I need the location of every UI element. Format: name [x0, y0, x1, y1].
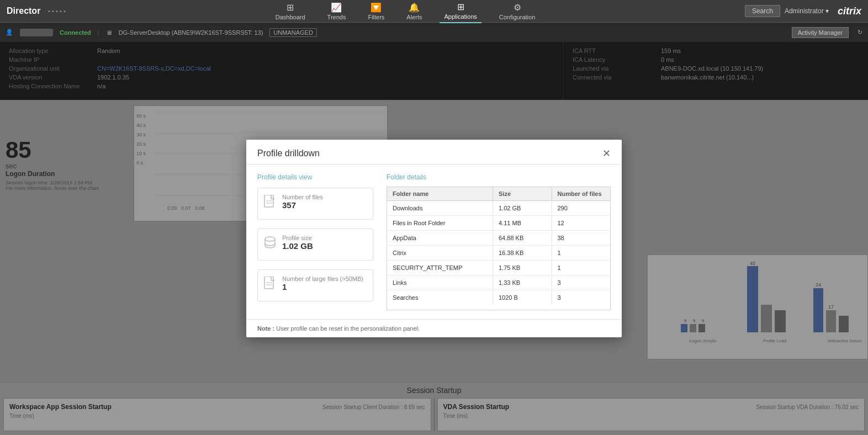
stat-num-files-label: Number of files: [282, 194, 323, 200]
row-1-size: 4.11 MB: [493, 216, 552, 230]
admin-link[interactable]: Administrator ▾: [785, 7, 829, 15]
user-icon: 👤: [6, 29, 13, 36]
nav-trends-label: Trends: [327, 14, 346, 20]
configuration-icon: ⚙: [514, 2, 521, 13]
row-3-name: Citrix: [387, 246, 493, 260]
modal-footer: Note : User profile can be reset in the …: [246, 319, 622, 337]
modal-title: Profile drilldown: [257, 148, 320, 158]
stat-profile-size-label: Profile size: [282, 235, 313, 241]
stat-large-files-label: Number of large files (>50MB): [282, 275, 363, 282]
folder-details-panel: Folder details Folder name Size Number o…: [387, 173, 611, 310]
row-2-name: AppData: [387, 231, 493, 245]
trends-icon: 📈: [331, 2, 342, 13]
stat-num-files-value: 357: [282, 200, 323, 210]
nav-dashboard[interactable]: ⊞ Dashboard: [271, 0, 310, 23]
row-3-size: 16.38 KB: [493, 246, 552, 260]
unmanaged-badge: UNMANAGED: [269, 28, 317, 37]
dashboard-icon: ⊞: [287, 2, 294, 13]
nav-applications[interactable]: ⊞ Applications: [440, 0, 481, 23]
row-2-files: 38: [552, 231, 611, 245]
connected-badge: Connected: [60, 29, 91, 36]
row-6-name: Searches: [387, 290, 493, 305]
nav-dashboard-label: Dashboard: [276, 14, 305, 20]
citrix-logo: citrix: [838, 6, 861, 17]
row-4-name: SECURITY_ATTR_TEMP: [387, 261, 493, 275]
nav-center: ⊞ Dashboard 📈 Trends 🔽 Filters 🔔 Alerts …: [271, 0, 540, 23]
row-6-size: 1020 B: [493, 290, 552, 305]
nav-left: Director ▪ ▪ ▪ ▪ ▪: [7, 6, 66, 16]
nav-alerts-label: Alerts: [406, 14, 422, 20]
folder-table-body: Downloads 1.02 GB 290 Files in Root Fold…: [387, 201, 610, 310]
nav-applications-label: Applications: [444, 13, 477, 20]
database-icon: [263, 236, 277, 254]
alerts-icon: 🔔: [409, 2, 420, 13]
profile-section-title: Profile details view: [257, 173, 373, 181]
row-1-name: Files in Root Folder: [387, 216, 493, 230]
stat-large-files-info: Number of large files (>50MB) 1: [282, 275, 363, 291]
user-avatar: [20, 29, 53, 36]
folder-section-title: Folder details: [387, 173, 611, 181]
row-1-files: 12: [552, 216, 611, 230]
row-5-files: 3: [552, 275, 611, 290]
profile-drilldown-modal: Profile drilldown ✕ Profile details view: [246, 140, 622, 337]
col-header-num-files: Number of files: [552, 187, 611, 200]
activity-manager-button[interactable]: Activity Manager: [792, 27, 849, 38]
large-file-icon: [263, 277, 277, 295]
stat-profile-size-info: Profile size 1.02 GB: [282, 235, 313, 251]
monitor-icon: 🖥: [106, 29, 112, 36]
refresh-icon[interactable]: ↻: [858, 29, 862, 36]
folder-table: Folder name Size Number of files Downloa…: [387, 187, 611, 310]
row-4-files: 1: [552, 261, 611, 275]
profile-details-panel: Profile details view Numbe: [257, 173, 373, 310]
nav-filters-label: Filters: [368, 14, 384, 20]
filters-icon: 🔽: [371, 2, 382, 13]
nav-alerts[interactable]: 🔔 Alerts: [402, 0, 426, 23]
stat-num-files-info: Number of files 357: [282, 194, 323, 210]
row-0-files: 290: [552, 201, 611, 215]
table-row: Searches 1020 B 3: [387, 290, 610, 305]
row-2-size: 64.88 KB: [493, 231, 552, 245]
nav-configuration[interactable]: ⚙ Configuration: [495, 0, 539, 23]
top-nav-bar: Director ▪ ▪ ▪ ▪ ▪ ⊞ Dashboard 📈 Trends …: [0, 0, 868, 22]
stat-num-files: Number of files 357: [257, 188, 373, 220]
background-content: Allocation type Random Machine IP Organi…: [0, 42, 868, 435]
col-header-folder-name: Folder name: [387, 187, 493, 200]
table-row: Citrix 16.38 KB 1: [387, 246, 610, 261]
col-header-size: Size: [493, 187, 552, 200]
session-bar: 👤 Connected | 🖥 DG-ServerDesktop (ABNE9\…: [0, 22, 868, 42]
row-0-size: 1.02 GB: [493, 201, 552, 215]
applications-icon: ⊞: [457, 2, 464, 12]
nav-right: Search Administrator ▾ citrix: [745, 5, 861, 17]
stat-profile-size-value: 1.02 GB: [282, 241, 313, 251]
table-row: Files in Root Folder 4.11 MB 12: [387, 216, 610, 231]
folder-table-header: Folder name Size Number of files: [387, 187, 610, 201]
session-machine: DG-ServerDesktop (ABNE9\W2K16ST-9SSRS5T:…: [119, 29, 263, 36]
note-label: Note :: [257, 325, 274, 332]
row-0-name: Downloads: [387, 201, 493, 215]
row-3-files: 1: [552, 246, 611, 260]
modal-close-button[interactable]: ✕: [602, 148, 611, 158]
stat-profile-size: Profile size 1.02 GB: [257, 229, 373, 261]
table-row: Links 1.33 KB 3: [387, 275, 610, 290]
modal-overlay[interactable]: Profile drilldown ✕ Profile details view: [0, 42, 868, 435]
modal-body: Profile details view Numbe: [246, 165, 622, 319]
search-button[interactable]: Search: [745, 5, 780, 17]
brand-subtitle: ▪ ▪ ▪ ▪ ▪: [48, 8, 66, 14]
row-4-size: 1.75 KB: [493, 261, 552, 275]
nav-trends[interactable]: 📈 Trends: [323, 0, 351, 23]
nav-configuration-label: Configuration: [499, 14, 535, 20]
table-row: Downloads 1.02 GB 290: [387, 201, 610, 216]
nav-filters[interactable]: 🔽 Filters: [363, 0, 389, 23]
stat-large-files: Number of large files (>50MB) 1: [257, 269, 373, 301]
table-row: AppData 64.88 KB 38: [387, 231, 610, 246]
row-5-name: Links: [387, 275, 493, 290]
note-text: User profile can be reset in the persona…: [276, 325, 420, 332]
stat-large-files-value: 1: [282, 282, 363, 291]
row-5-size: 1.33 KB: [493, 275, 552, 290]
table-row: SECURITY_ATTR_TEMP 1.75 KB 1: [387, 261, 610, 275]
file-icon: [263, 195, 277, 214]
row-6-files: 3: [552, 290, 611, 305]
svg-point-27: [265, 237, 275, 241]
brand-title: Director: [7, 6, 40, 16]
modal-header: Profile drilldown ✕: [246, 140, 622, 165]
